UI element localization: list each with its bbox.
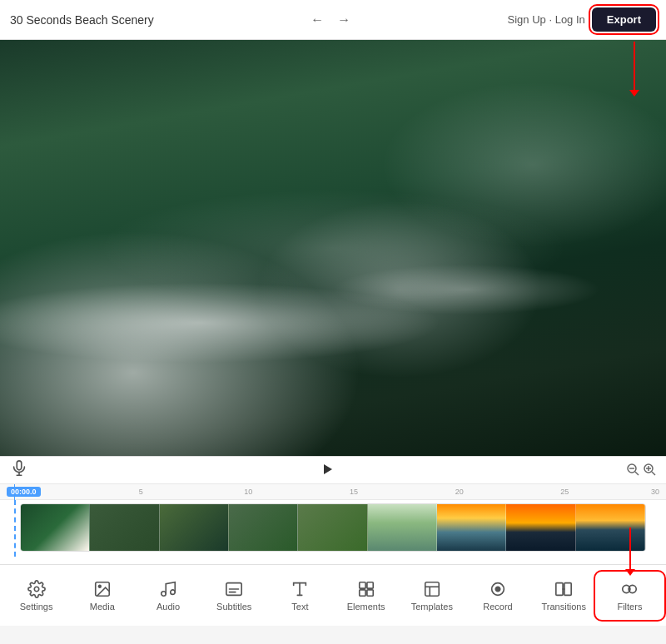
playhead-dashed <box>14 500 16 557</box>
redo-button[interactable]: → <box>332 9 355 31</box>
strip-area <box>0 500 666 557</box>
export-button[interactable]: Export <box>592 7 656 32</box>
toolbar-audio[interactable]: Audio <box>135 573 201 618</box>
svg-rect-0 <box>17 461 22 470</box>
toolbar-media[interactable]: Media <box>69 573 135 618</box>
export-arrow-indicator <box>634 42 635 92</box>
time-display: 00:00.0 <box>7 487 41 497</box>
play-icon <box>321 463 334 476</box>
ruler-mark-15: 15 <box>350 488 358 496</box>
toolbar-templates[interactable]: Templates <box>399 573 465 618</box>
svg-point-14 <box>162 591 166 596</box>
svg-point-11 <box>34 587 39 592</box>
zoom-in-icon <box>643 463 656 476</box>
ruler-mark-30: 30 <box>651 488 659 496</box>
record-label: Record <box>483 602 512 612</box>
timeline-controls <box>0 457 666 483</box>
toolbar-filters[interactable]: Filters <box>597 573 663 618</box>
bottom-toolbar: Settings Media Audio Subtitles <box>0 564 666 626</box>
toolbar-text[interactable]: Text <box>267 573 333 618</box>
ruler-mark-25: 25 <box>560 488 569 496</box>
subtitles-label: Subtitles <box>216 602 251 612</box>
filters-arrow-indicator <box>625 528 635 576</box>
settings-icon <box>27 580 46 598</box>
ruler-mark-20: 20 <box>455 488 464 496</box>
header-right: Sign Up · Log In Export <box>508 7 656 32</box>
mic-icon <box>10 459 28 478</box>
subtitles-icon <box>225 580 243 598</box>
svg-point-15 <box>171 589 176 594</box>
filters-label: Filters <box>617 602 642 612</box>
ruler-mark-10: 10 <box>244 488 252 496</box>
toolbar-settings[interactable]: Settings <box>3 573 69 618</box>
media-label: Media <box>90 602 115 612</box>
ruler-marks: 5 10 15 20 25 30 <box>0 484 666 499</box>
zoom-out-button[interactable] <box>626 463 639 478</box>
svg-line-5 <box>635 472 639 475</box>
toolbar-subtitles[interactable]: Subtitles <box>201 573 267 618</box>
video-canvas <box>0 40 666 456</box>
zoom-controls <box>626 463 656 478</box>
templates-label: Templates <box>411 602 453 612</box>
strip-frame-6 <box>368 504 437 551</box>
svg-marker-3 <box>324 464 332 474</box>
video-strip <box>20 503 646 552</box>
strip-frame-1 <box>21 504 90 551</box>
ruler-mark-5: 5 <box>139 488 143 496</box>
templates-icon <box>423 580 441 598</box>
auth-links: Sign Up · Log In <box>508 13 585 26</box>
auth-separator: · <box>549 13 552 26</box>
zoom-in-button[interactable] <box>643 463 656 478</box>
svg-rect-31 <box>564 582 571 595</box>
strip-frame-2 <box>90 504 159 551</box>
header-left: 30 Seconds Beach Scenery <box>10 13 154 27</box>
svg-rect-30 <box>556 582 563 595</box>
video-player <box>0 40 666 456</box>
timeline-area: 00:00.0 5 10 15 20 25 30 <box>0 456 666 564</box>
svg-point-13 <box>98 585 101 587</box>
header: 30 Seconds Beach Scenery ← → Sign Up · L… <box>0 0 666 40</box>
zoom-out-icon <box>626 463 639 476</box>
play-button[interactable] <box>321 463 334 478</box>
record-icon <box>489 580 507 598</box>
svg-rect-22 <box>367 582 373 587</box>
log-in-link[interactable]: Log In <box>555 13 585 26</box>
svg-rect-23 <box>359 589 365 595</box>
text-label: Text <box>291 602 308 612</box>
svg-point-29 <box>495 587 500 592</box>
text-icon <box>291 580 309 598</box>
strip-frame-4 <box>229 504 298 551</box>
video-frame <box>0 40 666 456</box>
sign-up-link[interactable]: Sign Up <box>508 13 546 26</box>
strip-frame-3 <box>160 504 229 551</box>
audio-label: Audio <box>157 602 180 612</box>
elements-icon <box>357 580 375 598</box>
undo-button[interactable]: ← <box>306 9 329 31</box>
project-title: 30 Seconds Beach Scenery <box>10 13 154 27</box>
header-center: ← → <box>306 9 355 31</box>
transitions-icon <box>554 580 573 598</box>
toolbar-transitions[interactable]: Transitions <box>531 573 597 618</box>
svg-rect-21 <box>359 582 365 587</box>
toolbar-elements[interactable]: Elements <box>333 573 399 618</box>
media-icon <box>93 580 112 598</box>
svg-rect-24 <box>367 589 373 595</box>
transitions-label: Transitions <box>542 602 586 612</box>
strip-frame-8 <box>506 504 575 551</box>
ruler: 00:00.0 5 10 15 20 25 30 <box>0 483 666 500</box>
filters-icon <box>620 580 639 598</box>
mic-button[interactable] <box>10 459 28 481</box>
elements-label: Elements <box>347 602 385 612</box>
audio-icon <box>159 580 177 598</box>
svg-rect-25 <box>425 582 440 596</box>
strip-frame-5 <box>298 504 367 551</box>
strip-frame-7 <box>437 504 506 551</box>
svg-line-8 <box>652 472 655 475</box>
settings-label: Settings <box>20 602 53 612</box>
toolbar-record[interactable]: Record <box>465 573 530 618</box>
